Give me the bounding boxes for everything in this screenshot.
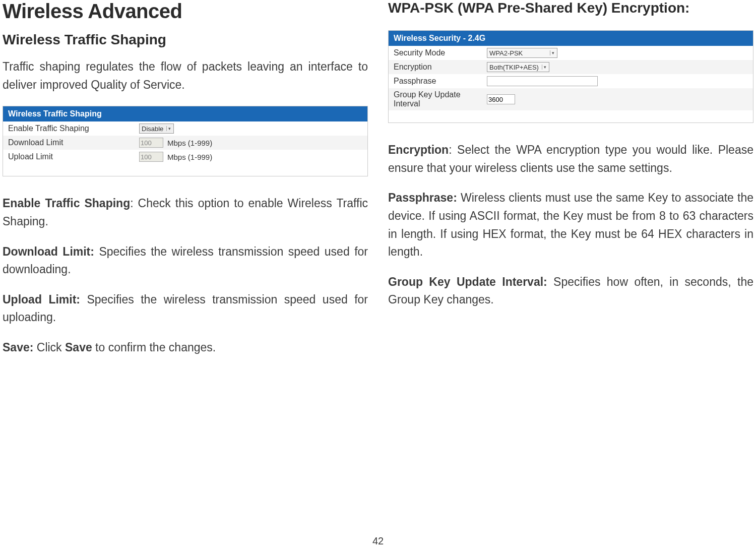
encryption-term: Encryption bbox=[388, 143, 449, 156]
section-heading-traffic-shaping: Wireless Traffic Shaping bbox=[3, 32, 368, 48]
passphrase-label: Passphrase bbox=[394, 77, 487, 86]
download-limit-row: Download Limit Mbps (1-999) bbox=[3, 136, 367, 150]
page-title: Wireless Advanced bbox=[3, 0, 368, 23]
download-limit-label: Download Limit bbox=[8, 138, 139, 147]
upload-limit-term: Upload Limit: bbox=[3, 293, 80, 306]
save-text-1: Click bbox=[33, 341, 65, 354]
upload-limit-row: Upload Limit Mbps (1-999) bbox=[3, 150, 367, 164]
download-limit-hint: Mbps (1-999) bbox=[167, 139, 212, 147]
security-mode-row: Security Mode WPA2-PSK ▾ bbox=[389, 46, 753, 60]
encryption-label: Encryption bbox=[394, 63, 487, 72]
upload-limit-description: Upload Limit: Specifies the wireless tra… bbox=[3, 291, 368, 327]
encryption-description: Encryption: Select the WPA encryption ty… bbox=[388, 141, 753, 177]
passphrase-description: Passphrase: Wireless clients must use th… bbox=[388, 189, 753, 261]
group-key-interval-label: Group Key Update Interval bbox=[394, 90, 487, 108]
group-key-interval-description: Group Key Update Interval: Specifies how… bbox=[388, 273, 753, 309]
chevron-down-icon: ▾ bbox=[550, 50, 556, 55]
enable-traffic-shaping-row: Enable Traffic Shaping Disable ▾ bbox=[3, 121, 367, 136]
traffic-shaping-panel-header: Wireless Traffic Shaping bbox=[3, 106, 367, 121]
passphrase-row: Passphrase bbox=[389, 74, 753, 88]
chevron-down-icon: ▾ bbox=[542, 65, 548, 70]
enable-traffic-shaping-select[interactable]: Disable ▾ bbox=[139, 124, 174, 134]
page-number: 42 bbox=[372, 535, 384, 547]
encryption-select[interactable]: Both(TKIP+AES) ▾ bbox=[487, 62, 549, 72]
group-key-interval-row: Group Key Update Interval bbox=[389, 88, 753, 110]
group-key-interval-term: Group Key Update Interval: bbox=[388, 275, 547, 288]
encryption-row: Encryption Both(TKIP+AES) ▾ bbox=[389, 60, 753, 74]
enable-traffic-shaping-description: Enable Traffic Shaping: Check this optio… bbox=[3, 195, 368, 230]
traffic-shaping-intro: Traffic shaping regulates the flow of pa… bbox=[3, 58, 368, 94]
save-term-2: Save bbox=[65, 341, 92, 354]
download-limit-term: Download Limit: bbox=[3, 245, 94, 258]
group-key-interval-input[interactable] bbox=[487, 94, 515, 104]
passphrase-input[interactable] bbox=[487, 76, 598, 86]
save-text-2: to confirm the changes. bbox=[92, 341, 216, 354]
wireless-security-panel: Wireless Security - 2.4G Security Mode W… bbox=[388, 30, 753, 123]
upload-limit-hint: Mbps (1-999) bbox=[167, 153, 212, 161]
upload-limit-label: Upload Limit bbox=[8, 152, 139, 161]
passphrase-term: Passphrase: bbox=[388, 191, 457, 204]
download-limit-description: Download Limit: Specifies the wireless t… bbox=[3, 243, 368, 279]
security-mode-label: Security Mode bbox=[394, 48, 487, 57]
chevron-down-icon: ▾ bbox=[166, 126, 172, 131]
save-term: Save: bbox=[3, 341, 33, 354]
security-mode-value: WPA2-PSK bbox=[489, 49, 523, 57]
traffic-shaping-panel: Wireless Traffic Shaping Enable Traffic … bbox=[3, 106, 368, 176]
security-mode-select[interactable]: WPA2-PSK ▾ bbox=[487, 48, 557, 58]
download-limit-input[interactable] bbox=[139, 138, 163, 148]
enable-traffic-shaping-value: Disable bbox=[142, 125, 163, 133]
enable-traffic-shaping-term: Enable Traffic Shaping bbox=[3, 197, 130, 210]
upload-limit-input[interactable] bbox=[139, 152, 163, 162]
save-description: Save: Click Save to confirm the changes. bbox=[3, 339, 368, 357]
encryption-value: Both(TKIP+AES) bbox=[489, 64, 539, 71]
section-heading-wpa-psk: WPA-PSK (WPA Pre-Shared Key) Encryption: bbox=[388, 0, 753, 16]
enable-traffic-shaping-label: Enable Traffic Shaping bbox=[8, 124, 139, 133]
wireless-security-panel-header: Wireless Security - 2.4G bbox=[389, 31, 753, 46]
